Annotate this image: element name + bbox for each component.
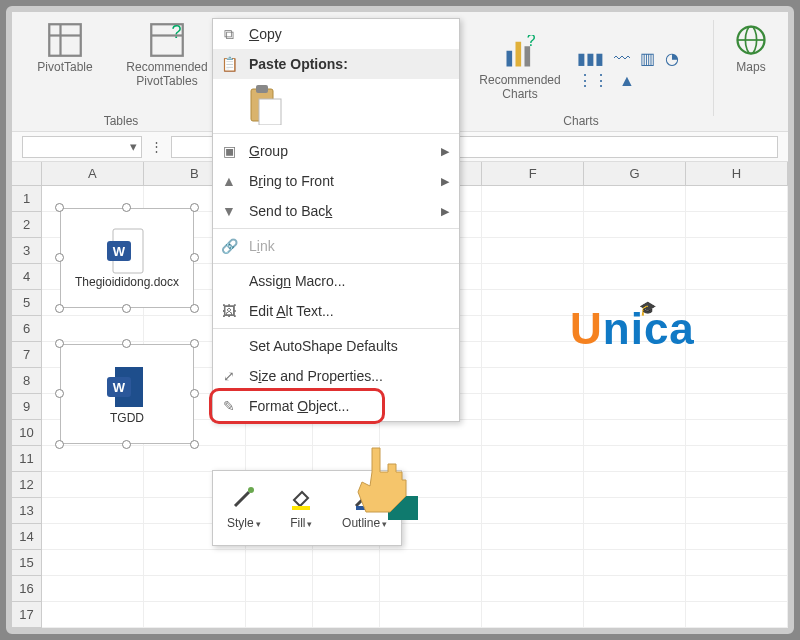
cell[interactable]: [686, 368, 788, 394]
cell[interactable]: [246, 550, 313, 576]
cell[interactable]: [482, 394, 584, 420]
cell[interactable]: [584, 550, 686, 576]
cell[interactable]: [42, 472, 144, 498]
cell[interactable]: [42, 576, 144, 602]
menu-assign-macro[interactable]: Assign Macro...: [213, 266, 459, 296]
menu-format-object[interactable]: ✎ Format Object...: [213, 391, 459, 421]
cell[interactable]: [482, 290, 584, 316]
cell[interactable]: [246, 576, 313, 602]
style-button[interactable]: Style▾: [227, 486, 261, 530]
row-1[interactable]: 1: [12, 186, 42, 212]
row-16[interactable]: 16: [12, 576, 42, 602]
menu-set-autoshape-defaults[interactable]: Set AutoShape Defaults: [213, 331, 459, 361]
cell[interactable]: [482, 602, 584, 628]
fill-button[interactable]: Fill▾: [288, 486, 314, 530]
bar-chart-icon[interactable]: ▮▮▮: [577, 51, 604, 67]
row-4[interactable]: 4: [12, 264, 42, 290]
row-5[interactable]: 5: [12, 290, 42, 316]
cell[interactable]: [584, 264, 686, 290]
cell[interactable]: [686, 342, 788, 368]
cell[interactable]: [584, 472, 686, 498]
cell[interactable]: [482, 524, 584, 550]
cell[interactable]: [686, 472, 788, 498]
cell[interactable]: [686, 394, 788, 420]
cell[interactable]: [246, 420, 313, 446]
row-17[interactable]: 17: [12, 602, 42, 628]
cell[interactable]: [686, 550, 788, 576]
cell[interactable]: [482, 446, 584, 472]
menu-bring-to-front[interactable]: ▲ Bring to Front▶: [213, 166, 459, 196]
column-chart-icon[interactable]: ▥: [640, 51, 655, 67]
row-8[interactable]: 8: [12, 368, 42, 394]
area-chart-icon[interactable]: ▲: [619, 73, 635, 89]
cell[interactable]: [144, 550, 246, 576]
cell[interactable]: [380, 602, 482, 628]
pie-chart-icon[interactable]: ◔: [665, 51, 679, 67]
cell[interactable]: [584, 524, 686, 550]
cell[interactable]: [686, 576, 788, 602]
cell[interactable]: [584, 602, 686, 628]
menu-group[interactable]: ▣ Group▶: [213, 136, 459, 166]
menu-edit-alt-text[interactable]: 🖼 Edit Alt Text...: [213, 296, 459, 326]
cell[interactable]: [584, 186, 686, 212]
cell[interactable]: [144, 446, 246, 472]
cell[interactable]: [246, 602, 313, 628]
cell[interactable]: [144, 576, 246, 602]
row-headers[interactable]: 1 2 3 4 5 6 7 8 9 10 11 12 13 14 15 16 1…: [12, 186, 42, 628]
col-F[interactable]: F: [482, 162, 584, 186]
cell[interactable]: [686, 316, 788, 342]
cell[interactable]: [380, 550, 482, 576]
cell[interactable]: [686, 290, 788, 316]
cell[interactable]: [686, 498, 788, 524]
cell[interactable]: [246, 446, 313, 472]
row-13[interactable]: 13: [12, 498, 42, 524]
row-14[interactable]: 14: [12, 524, 42, 550]
embedded-object-2[interactable]: W TGDD: [60, 344, 194, 444]
recommended-charts-button[interactable]: ? Recommended Charts: [465, 31, 575, 102]
maps-button[interactable]: Maps: [721, 18, 781, 74]
embedded-object-1[interactable]: W Thegioididong.docx: [60, 208, 194, 308]
select-all-corner[interactable]: [12, 162, 42, 186]
pivottable-button[interactable]: PivotTable: [20, 18, 110, 74]
menu-copy[interactable]: ⧉ Copy: [213, 19, 459, 49]
cell[interactable]: [686, 524, 788, 550]
cell[interactable]: [482, 498, 584, 524]
line-chart-icon[interactable]: 〰: [614, 51, 630, 67]
cell[interactable]: [584, 420, 686, 446]
cell[interactable]: [482, 212, 584, 238]
row-3[interactable]: 3: [12, 238, 42, 264]
col-A[interactable]: A: [42, 162, 144, 186]
cell[interactable]: [42, 446, 144, 472]
row-10[interactable]: 10: [12, 420, 42, 446]
cell[interactable]: [686, 238, 788, 264]
cell[interactable]: [313, 602, 380, 628]
cell[interactable]: [482, 576, 584, 602]
cell[interactable]: [482, 238, 584, 264]
cell[interactable]: [584, 212, 686, 238]
cell[interactable]: [42, 498, 144, 524]
cell[interactable]: [584, 576, 686, 602]
cell[interactable]: [686, 264, 788, 290]
cell[interactable]: [584, 498, 686, 524]
cell[interactable]: [584, 394, 686, 420]
row-12[interactable]: 12: [12, 472, 42, 498]
cell[interactable]: [313, 550, 380, 576]
cell[interactable]: [482, 264, 584, 290]
row-9[interactable]: 9: [12, 394, 42, 420]
cell[interactable]: [482, 472, 584, 498]
row-2[interactable]: 2: [12, 212, 42, 238]
row-6[interactable]: 6: [12, 316, 42, 342]
cell[interactable]: [686, 186, 788, 212]
cell[interactable]: [482, 316, 584, 342]
cell[interactable]: [686, 602, 788, 628]
cell[interactable]: [42, 524, 144, 550]
cell[interactable]: [482, 420, 584, 446]
menu-send-to-back[interactable]: ▼ Send to Back▶: [213, 196, 459, 226]
cell[interactable]: [144, 602, 246, 628]
cell[interactable]: [584, 446, 686, 472]
scatter-chart-icon[interactable]: ⋮⋮: [577, 73, 609, 89]
cell[interactable]: [42, 550, 144, 576]
cell[interactable]: [686, 446, 788, 472]
cell[interactable]: [313, 576, 380, 602]
cell[interactable]: [686, 420, 788, 446]
